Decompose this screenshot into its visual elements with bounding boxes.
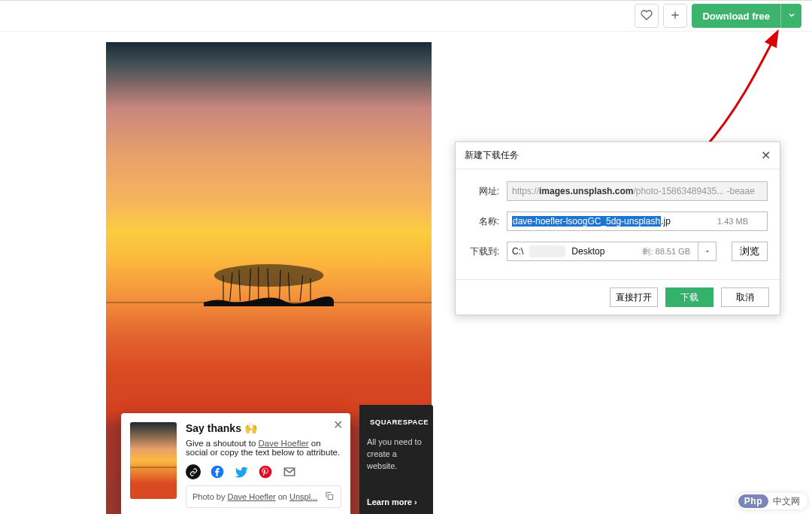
path-input[interactable]: C:\Desktop 剩: 88.51 GB xyxy=(507,242,717,261)
url-label: 网址: xyxy=(468,185,499,198)
heart-icon xyxy=(641,9,653,23)
redacted-path xyxy=(529,245,565,257)
svg-point-10 xyxy=(214,264,323,287)
credit-site-link[interactable]: Unspl... xyxy=(289,492,317,501)
say-thanks-card: ✕ Say thanks 🙌 Give a shoutout to Dave H… xyxy=(121,413,350,514)
plus-icon xyxy=(669,9,681,23)
twitter-icon[interactable] xyxy=(234,464,249,479)
url-input[interactable]: https://images.unsplash.com/photo-158634… xyxy=(507,181,768,201)
link-icon[interactable] xyxy=(186,464,201,479)
download-options-button[interactable] xyxy=(780,4,801,28)
php-cn-watermark[interactable]: Php 中文网 xyxy=(737,493,807,509)
add-to-collection-button[interactable] xyxy=(663,4,687,28)
php-logo-icon: Php xyxy=(738,494,768,508)
svg-point-12 xyxy=(259,466,272,479)
download-confirm-button[interactable]: 下载 xyxy=(665,287,714,307)
squarespace-logo: SQUARESPACE xyxy=(367,417,426,426)
thanks-text: Give a shoutout to Dave Hoefler on socia… xyxy=(186,439,341,457)
file-size: 1.43 MB xyxy=(713,217,748,226)
dialog-close-icon[interactable]: ✕ xyxy=(761,148,771,163)
php-cn-label: 中文网 xyxy=(773,495,800,508)
annotation-arrow-icon xyxy=(695,26,786,154)
open-directly-button[interactable]: 直接打开 xyxy=(610,287,658,307)
island-silhouette xyxy=(204,264,334,306)
photo-thumbnail xyxy=(130,422,177,499)
path-label: 下载到: xyxy=(468,245,499,258)
email-icon[interactable] xyxy=(282,464,297,479)
like-button[interactable] xyxy=(635,4,659,28)
disk-remaining: 剩: 88.51 GB xyxy=(642,246,690,257)
close-icon[interactable]: ✕ xyxy=(333,419,343,431)
author-link[interactable]: Dave Hoefler xyxy=(259,439,309,448)
squarespace-tagline: All you need to create a website. xyxy=(367,436,426,473)
dialog-title: 新建下载任务 xyxy=(465,149,519,162)
cancel-button[interactable]: 取消 xyxy=(721,287,769,307)
share-row xyxy=(186,464,341,479)
squarespace-ad[interactable]: SQUARESPACE All you need to create a web… xyxy=(359,405,433,514)
download-dialog: 新建下载任务 ✕ 网址: https://images.unsplash.com… xyxy=(455,141,780,315)
copy-icon[interactable] xyxy=(324,491,335,503)
pinterest-icon[interactable] xyxy=(258,464,273,479)
chevron-down-icon xyxy=(787,11,796,22)
squarespace-cta[interactable]: Learn more › xyxy=(367,497,426,506)
thanks-title: Say thanks 🙌 xyxy=(186,422,341,434)
credit-author-link[interactable]: Dave Hoefler xyxy=(227,492,275,501)
browse-button[interactable]: 浏览 xyxy=(732,242,768,261)
facebook-icon[interactable] xyxy=(210,464,225,479)
attribution-box[interactable]: Photo by Dave Hoefler on Unspl... xyxy=(186,485,341,508)
download-button[interactable]: Download free xyxy=(692,4,780,28)
name-label: 名称: xyxy=(468,215,499,228)
path-history-dropdown[interactable] xyxy=(698,242,716,260)
top-toolbar: Download free xyxy=(0,0,812,32)
filename-selection: dave-hoefler-lsoogGC_5dg-unsplash xyxy=(512,216,661,227)
svg-rect-13 xyxy=(328,494,332,499)
